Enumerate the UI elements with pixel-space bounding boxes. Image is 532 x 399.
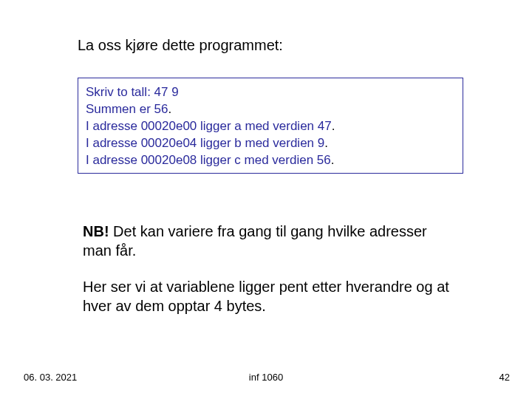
footer-page-number: 42 [499,372,510,383]
nb-text: Det kan variere fra gang til gang hvilke… [83,223,427,259]
output-line: I adresse 00020e08 ligger c med verdien … [86,152,455,169]
output-text: I adresse 00020e08 ligger c med verdien … [86,153,331,167]
program-output-box: Skriv to tall: 47 9 Summen er 56. I adre… [78,78,463,174]
output-line: I adresse 00020e00 ligger a med verdien … [86,118,455,135]
output-line: Summen er 56. [86,101,455,118]
output-text: I adresse 00020e00 ligger a med verdien … [86,119,332,133]
output-text: Summen er 56 [86,102,168,116]
output-dot: . [324,136,328,150]
output-text: Skriv to tall: 47 9 [86,85,179,99]
output-line: I adresse 00020e04 ligger b med verdien … [86,135,455,152]
output-text: I adresse 00020e04 ligger b med verdien … [86,136,324,150]
output-dot: . [168,102,172,116]
output-dot: . [331,153,335,167]
note-nb: NB! Det kan variere fra gang til gang hv… [83,222,445,260]
nb-label: NB! [83,223,109,239]
slide-heading: La oss kjøre dette programmet: [78,37,283,54]
output-line: Skriv to tall: 47 9 [86,84,455,101]
footer-course: inf 1060 [0,372,532,383]
output-dot: . [332,119,335,133]
note-paragraph: Her ser vi at variablene ligger pent ett… [83,277,467,316]
slide: La oss kjøre dette programmet: Skriv to … [0,0,532,399]
